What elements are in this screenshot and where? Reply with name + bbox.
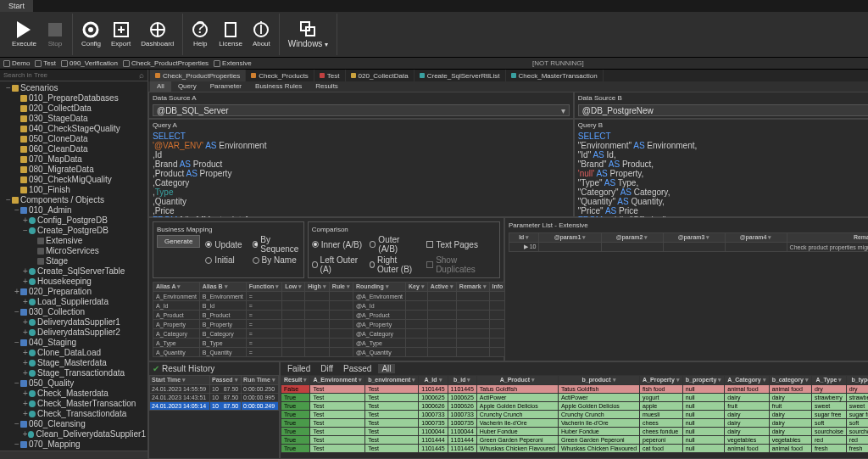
parameter-list-title: Parameter List - Extensive (509, 221, 868, 229)
outer-radio[interactable]: Outer (A/B) (370, 235, 420, 254)
check-icon: ✔ (153, 364, 159, 373)
tree-node[interactable]: +020_Preparation (2, 287, 146, 297)
tree-node[interactable]: +Create_SqlServerTable (2, 266, 146, 277)
tree-node[interactable]: −010_Admin (2, 205, 146, 216)
tree-node[interactable]: +Check_Masterdata (2, 389, 146, 399)
tree-node[interactable]: +Check_Transactiondata (2, 409, 146, 419)
business-mapping-title: Business Mapping (157, 226, 300, 233)
tree-node[interactable]: +Config_PostgreDB (2, 216, 146, 226)
svg-text:i: i (259, 21, 263, 37)
tree-node[interactable]: −Create_PostgreDB (2, 226, 146, 236)
tree-node[interactable]: +Stage_Masterdata (2, 358, 146, 368)
sub-tab[interactable]: Results (309, 81, 345, 92)
about-button[interactable]: i About (248, 20, 275, 49)
generate-button[interactable]: Generate (157, 235, 200, 248)
help-button[interactable]: ? Help (186, 20, 214, 49)
tree-node[interactable]: −Scenarios (2, 83, 146, 93)
tree-node[interactable]: 010_PrepareDatabases (2, 93, 146, 104)
svg-rect-8 (225, 23, 236, 36)
datasource-a-label: Data Source A (153, 94, 570, 104)
tree-node[interactable]: −070_Mapping (2, 439, 146, 450)
config-button[interactable]: Config (76, 20, 106, 49)
right-outer-radio[interactable]: Right Outer (B) (370, 255, 420, 274)
tree-node[interactable]: 070_MapData (2, 154, 146, 165)
tree-node[interactable]: +Stage_Transactiondata (2, 368, 146, 378)
editor-tab[interactable]: 020_CollectData (346, 70, 415, 81)
tree-node[interactable]: Extensive (2, 236, 146, 246)
breadcrumb-item[interactable]: Check_ProductProperties (123, 59, 209, 67)
windows-button[interactable]: Windows ▾ (283, 19, 333, 50)
result-filter-diff[interactable]: Diff (317, 364, 337, 373)
dashboard-button[interactable]: Dashboard (136, 20, 179, 49)
result-filter-failed[interactable]: Failed (284, 364, 314, 373)
result-filter-passed[interactable]: Passed (340, 364, 375, 373)
license-icon (222, 21, 239, 38)
by-sequence-radio[interactable]: By Sequence (253, 235, 300, 254)
parameter-grid[interactable]: Id▾@param1▾@param2▾@param3▾@param4▾Remar… (509, 232, 868, 252)
sub-tab[interactable]: Business Rules (248, 81, 309, 92)
ribbon-tab-start[interactable]: Start (0, 0, 33, 12)
editor-tab[interactable]: Test (314, 70, 346, 81)
editor-tab[interactable]: Check_MasterTransaction (506, 70, 604, 81)
tree-node[interactable]: +Load_Supplierdata (2, 297, 146, 307)
tree-node[interactable]: +Clone_DataLoad (2, 348, 146, 358)
datasource-b-select[interactable]: @DB_PostgreNew▾ (578, 104, 868, 116)
result-grid[interactable]: Result▾A_Environment▾b_environment▾A_Id▾… (281, 375, 868, 453)
by-name-radio[interactable]: By Name (253, 255, 300, 265)
help-icon: ? (192, 21, 209, 38)
breadcrumb-item[interactable]: Extensive (214, 59, 252, 67)
tree-node[interactable]: −060_Cleansing (2, 419, 146, 429)
editor-tab[interactable]: Check_ProductProperties (150, 70, 246, 81)
editor-tab[interactable]: Check_Products (246, 70, 314, 81)
tree-node[interactable]: 080_MigrateData (2, 165, 146, 175)
tree-node[interactable]: +Check_MasterTransaction (2, 399, 146, 409)
breadcrumb-item[interactable]: Demo (3, 59, 30, 67)
tree-node[interactable]: Stage (2, 256, 146, 266)
tree-node[interactable]: −030_Collection (2, 307, 146, 317)
tree-node[interactable]: −Components / Objects (2, 195, 146, 205)
tree-node[interactable]: 090_CheckMigQuality (2, 175, 146, 185)
sub-tab[interactable]: All (150, 81, 171, 92)
text-pages-check[interactable]: Text Pages (426, 235, 496, 254)
tree-node[interactable]: 030_StageData (2, 114, 146, 124)
sub-tab[interactable]: Parameter (203, 81, 248, 92)
initial-radio[interactable]: Initial (205, 255, 242, 265)
tree-node[interactable]: 040_CheckStageQuality (2, 124, 146, 134)
export-button[interactable]: Export (106, 20, 136, 49)
execute-button[interactable]: Execute (7, 20, 42, 49)
tree-search-input[interactable] (3, 71, 139, 79)
tree-node[interactable]: 100_Finish (2, 185, 146, 195)
tree-node[interactable]: +Housekeeping (2, 277, 146, 287)
tree-node[interactable]: 020_CollectData (2, 104, 146, 114)
search-icon[interactable]: ⌕ (139, 70, 144, 80)
history-grid[interactable]: Start Time▾Passed▾Run Time▾24.01.2023 14… (149, 375, 279, 411)
stop-button[interactable]: Stop (42, 20, 69, 49)
tree-node[interactable]: +Clean_DeliverydataSupplier1 (2, 429, 146, 439)
tree-node[interactable]: 050_CloneData (2, 134, 146, 144)
tree-node[interactable]: +DeliverydataSupplier1 (2, 317, 146, 327)
tree-node[interactable]: −050_Quality (2, 378, 146, 389)
globe-icon (149, 21, 166, 38)
query-b-editor[interactable]: SELECT "Environment" AS Environment, "Id… (578, 132, 868, 225)
breadcrumb-item[interactable]: 090_Verification (61, 59, 118, 67)
result-filter-all[interactable]: All (378, 364, 394, 373)
inner-radio[interactable]: Inner (A/B) (312, 235, 363, 254)
breadcrumb-item[interactable]: Test (35, 59, 56, 67)
tree[interactable]: −Scenarios010_PrepareDatabases020_Collec… (0, 81, 147, 451)
update-radio[interactable]: Update (205, 235, 242, 254)
license-button[interactable]: License (214, 20, 248, 49)
datasource-a-select[interactable]: @DB_SQL_Server▾ (153, 104, 570, 116)
run-status: [NOT RUNNING] (532, 59, 584, 67)
mapping-grid[interactable]: Alias A▾Alias B▾Function▾Low▾High▾Rule▾R… (153, 282, 511, 357)
query-a-editor[interactable]: SELECT '@VAR_ENV' AS Environment ,Id ,Br… (153, 132, 570, 225)
tree-node[interactable]: MicroServices (2, 246, 146, 256)
tree-scrollbar[interactable] (0, 451, 147, 459)
editor-tab[interactable]: Create_SqlServerRtlList (415, 70, 506, 81)
left-outer-radio[interactable]: Left Outer (A) (312, 255, 363, 274)
result-filter: FailedDiffPassedAll (281, 362, 868, 375)
tree-node[interactable]: 060_CleanData (2, 144, 146, 154)
tree-node[interactable]: +DeliverydataSupplier2 (2, 327, 146, 338)
show-duplicates-check[interactable]: Show Duplicates (426, 255, 496, 274)
tree-node[interactable]: −040_Staging (2, 338, 146, 348)
sub-tab[interactable]: Query (171, 81, 203, 92)
